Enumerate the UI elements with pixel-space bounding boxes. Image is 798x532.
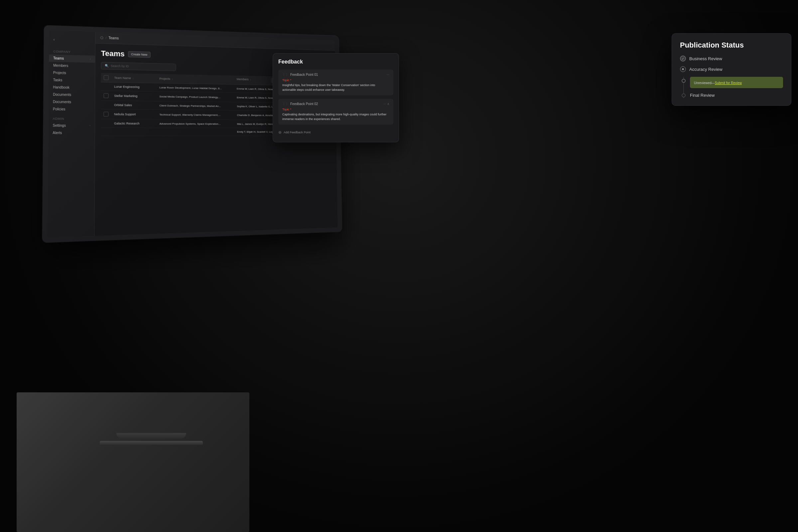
breadcrumb-teams: Teams — [108, 36, 119, 40]
sidebar-item-policies-label: Policies — [53, 107, 65, 111]
create-new-button[interactable]: Create New — [128, 51, 150, 58]
projects-cell: Advanced Propulsion Systems, Space Explo… — [157, 119, 234, 128]
sidebar-item-policies[interactable]: Policies — [49, 106, 95, 113]
team-name-cell: Orbital Sales — [111, 101, 157, 110]
settings-chevron-icon: › — [90, 124, 91, 127]
accuracy-review-dot — [680, 66, 686, 72]
team-name-cell — [111, 128, 157, 136]
sidebar-item-handbook[interactable]: Handbook — [49, 83, 95, 92]
search-placeholder-text: Search by ID — [111, 64, 129, 68]
sidebar-item-alerts[interactable]: Alerts — [48, 129, 95, 136]
feedback-point-02-header: ⋮⋮ Feedback Point 02 ··· ∧ — [282, 102, 390, 106]
sidebar-item-projects-label: Projects — [53, 71, 66, 75]
sidebar-item-documents-2[interactable]: Documents — [49, 98, 95, 106]
feedback-point-01-header: ⋮⋮ Feedback Point 01 ··· — [282, 73, 390, 76]
feedback-point-02: ⋮⋮ Feedback Point 02 ··· ∧ Topic * Capti… — [278, 99, 393, 125]
sidebar-item-alerts-label: Alerts — [53, 131, 62, 135]
col-projects: Projects ↕ — [157, 74, 234, 84]
sidebar-item-tasks[interactable]: Tasks — [49, 76, 95, 84]
publication-status-title: Publication Status — [680, 41, 783, 50]
sort-projects-icon[interactable]: ↕ — [172, 78, 173, 80]
pub-action-unreviewed: Unreviewed—Submit for Review — [690, 77, 783, 88]
sidebar-section-admin: Admin — [49, 113, 95, 122]
sidebar-item-tasks-label: Tasks — [53, 78, 62, 82]
projects-cell: Technical Support, Warranty Claims Manag… — [157, 110, 234, 120]
sidebar-item-handbook-label: Handbook — [53, 86, 70, 90]
home-icon: ⬡ — [100, 36, 103, 40]
breadcrumb-separator: / — [106, 36, 107, 40]
feedback-point-02-topic-label: Topic * — [282, 108, 390, 111]
feedback-point-01-actions[interactable]: ··· — [387, 73, 390, 76]
sidebar-item-projects[interactable]: Projects — [49, 69, 95, 77]
row-checkbox[interactable] — [104, 93, 109, 98]
checkmark-icon: ✓ — [682, 57, 684, 60]
feedback-point-01-label: Feedback Point 01 — [290, 73, 318, 76]
business-review-label: Business Review — [689, 56, 722, 61]
timeline-item-unreviewed: Unreviewed—Submit for Review — [690, 77, 783, 88]
sidebar-item-documents-1-label: Documents — [53, 93, 71, 97]
publication-status-panel: Publication Status ✓ Business Review Acc… — [672, 33, 791, 106]
timeline-dot-final-review — [682, 93, 686, 97]
sidebar-item-settings-label: Settings — [53, 124, 66, 128]
drag-handle-icon: ⋮⋮ — [282, 73, 288, 76]
pub-item-business-review: ✓ Business Review — [680, 56, 783, 61]
select-all-checkbox[interactable] — [104, 75, 109, 80]
team-name-cell: Nebula Support — [111, 109, 157, 119]
timeline-dot-unreviewed — [682, 79, 686, 83]
projects-cell: Client Outreach, Strategic Partnerships,… — [157, 101, 234, 110]
add-feedback-button[interactable]: ⊕ Add Feedback Point — [278, 128, 393, 137]
page-title: Teams — [101, 49, 125, 58]
projects-cell: Social Media Campaign, Product Launch St… — [157, 92, 234, 102]
chevron-right-icon: › — [90, 58, 91, 60]
sort-members-icon[interactable]: ↕ — [250, 78, 251, 81]
projects-cell — [157, 128, 234, 136]
team-name-cell: Stellar Marketing — [111, 91, 157, 101]
laptop-stand — [116, 433, 186, 439]
laptop-base — [100, 441, 203, 445]
pub-unreviewed-text: Unreviewed—Submit for Review — [694, 81, 742, 85]
business-review-check: ✓ — [680, 56, 686, 61]
sidebar: ‹ Company Teams › Members Projects Tasks — [48, 30, 95, 238]
sidebar-item-members-label: Members — [53, 63, 68, 68]
feedback-point-02-text: Captivating destinations, but integratin… — [282, 112, 390, 121]
submit-for-review-link[interactable]: Submit for Review — [715, 81, 742, 85]
team-name-cell: Lunar Engineering — [111, 82, 157, 92]
feedback-panel: Feedback ⋮⋮ Feedback Point 01 ··· Topic … — [273, 53, 399, 142]
timeline-item-final-review: Final Review — [690, 92, 783, 98]
sidebar-item-documents-2-label: Documents — [53, 100, 71, 104]
pub-item-accuracy-review: Accuracy Review — [680, 66, 783, 72]
plus-circle-icon: ⊕ — [278, 130, 282, 135]
row-checkbox[interactable] — [103, 112, 108, 117]
feedback-point-02-label: Feedback Point 02 — [290, 102, 318, 106]
search-icon: 🔍 — [105, 64, 109, 68]
sidebar-item-documents-1[interactable]: Documents — [49, 91, 95, 99]
sidebar-back-button[interactable]: ‹ — [49, 35, 95, 45]
feedback-point-01: ⋮⋮ Feedback Point 01 ··· Topic * Insight… — [278, 70, 393, 95]
sidebar-item-members[interactable]: Members — [49, 62, 95, 70]
feedback-panel-title: Feedback — [278, 59, 393, 65]
team-name-cell: Galactic Research — [111, 119, 157, 128]
feedback-point-01-topic-label: Topic * — [282, 78, 390, 82]
sidebar-item-teams-label: Teams — [53, 56, 64, 60]
sort-team-name-icon[interactable]: ↕ — [132, 77, 134, 79]
feedback-point-02-actions[interactable]: ··· ∧ — [383, 102, 390, 106]
drag-handle-02-icon: ⋮⋮ — [282, 102, 288, 106]
col-team-name: Team Name ↕ — [111, 73, 157, 83]
add-feedback-label: Add Feedback Point — [284, 131, 310, 134]
feedback-point-01-text: Insightful tips, but breaking down the '… — [282, 83, 390, 92]
projects-cell: Lunar Rover Development, Lunar Habitat D… — [157, 83, 234, 93]
accuracy-review-label: Accuracy Review — [689, 67, 723, 72]
back-arrow-icon: ‹ — [54, 37, 55, 41]
sidebar-item-settings[interactable]: Settings › — [48, 122, 95, 129]
search-bar[interactable]: 🔍 Search by ID — [101, 62, 176, 71]
final-review-label: Final Review — [690, 93, 715, 98]
concrete-block — [17, 392, 249, 532]
